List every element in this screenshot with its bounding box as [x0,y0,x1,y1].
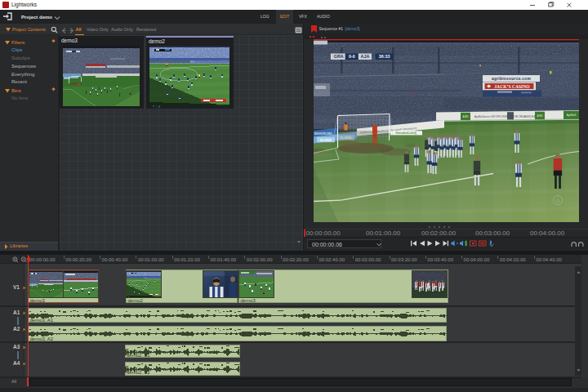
svg-text:GRA: GRA [334,54,344,59]
svg-text:agribiosource.com: agribiosource.com [492,77,531,81]
svg-text:JACK’S CASINO: JACK’S CASINO [494,84,530,89]
svg-text:AJA: AJA [361,54,370,59]
svg-text:0-0: 0-0 [349,54,355,59]
svg-text:AGRI: AGRI [537,114,543,118]
svg-text:AgriBioS: AgriBioS [567,114,577,117]
svg-text:Ó: Ó [556,198,560,203]
svg-text:ELSINK: ELSINK [320,139,332,142]
svg-text:36:33: 36:33 [379,54,390,59]
svg-text:AGRI: AGRI [463,115,469,118]
svg-text:VriendenLoterij: VriendenLoterij [395,131,417,135]
